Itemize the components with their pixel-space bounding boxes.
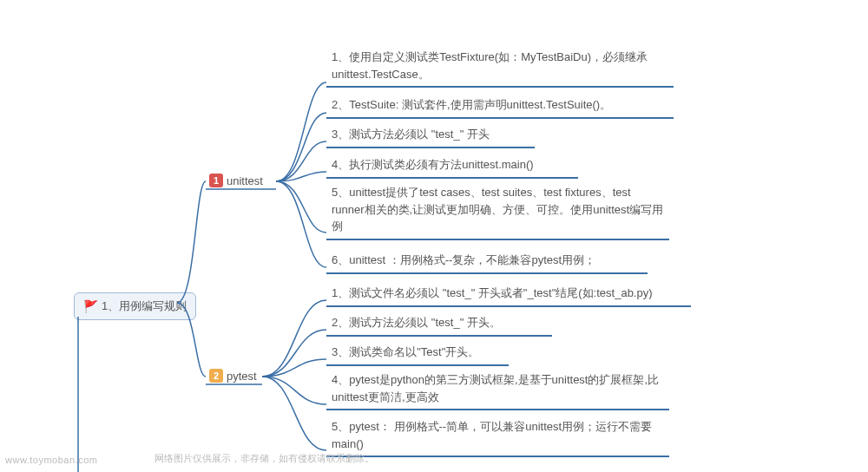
branch-label: pytest: [227, 370, 257, 383]
flag-icon: 🚩: [83, 299, 98, 313]
leaf-p5[interactable]: 5、pytest： 用例格式--简单，可以兼容unittest用例；运行不需要m…: [326, 416, 669, 457]
footer-note: 网络图片仅供展示，非存储，如有侵权请联系删除。: [155, 452, 374, 465]
leaf-p2[interactable]: 2、测试方法必须以 "test_" 开头。: [326, 312, 552, 337]
root-label: 1、用例编写规则: [102, 298, 187, 314]
branch-unittest[interactable]: 1 unittest: [206, 172, 266, 189]
leaf-u6[interactable]: 6、unittest ：用例格式--复杂，不能兼容pytest用例；: [326, 250, 648, 274]
leaf-u4[interactable]: 4、执行测试类必须有方法unittest.main(): [326, 154, 578, 179]
root-node[interactable]: 🚩 1、用例编写规则: [74, 292, 196, 320]
leaf-u5[interactable]: 5、unittest提供了test cases、test suites、test…: [326, 182, 669, 240]
leaf-u2[interactable]: 2、TestSuite: 测试套件,使用需声明unittest.TestSuit…: [326, 95, 674, 119]
leaf-p4[interactable]: 4、pytest是python的第三方测试框架,是基于unittest的扩展框架…: [326, 370, 669, 410]
badge-1-icon: 1: [209, 174, 223, 187]
leaf-p3[interactable]: 3、测试类命名以"Test"开头。: [326, 342, 509, 366]
branch-pytest[interactable]: 2 pytest: [206, 367, 260, 384]
badge-2-icon: 2: [209, 369, 223, 383]
leaf-p1[interactable]: 1、测试文件名必须以 "test_" 开头或者"_test"结尾(如:test_…: [326, 283, 691, 307]
branch-label: unittest: [227, 174, 263, 187]
leaf-u1[interactable]: 1、使用自定义测试类TestFixture(如：MyTestBaiDu)，必须继…: [326, 47, 674, 88]
leaf-u3[interactable]: 3、测试方法必须以 "test_" 开头: [326, 124, 535, 148]
watermark: www.toymoban.com: [5, 455, 97, 465]
